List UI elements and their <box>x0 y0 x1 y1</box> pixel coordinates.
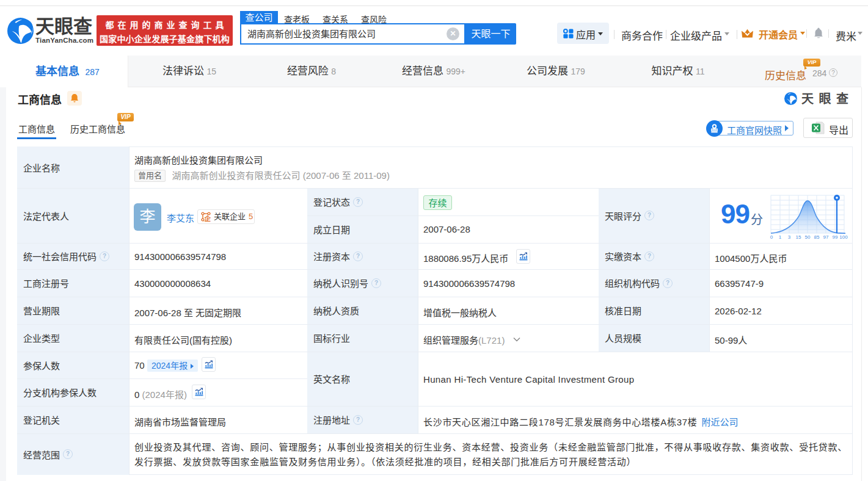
svg-text:0: 0 <box>770 234 773 240</box>
svg-text:50: 50 <box>805 234 811 240</box>
svg-text:企: 企 <box>203 215 211 222</box>
svg-text:3: 3 <box>788 234 791 240</box>
svg-text:99: 99 <box>833 234 838 240</box>
svg-text:15: 15 <box>796 234 801 240</box>
svg-text:97: 97 <box>823 234 829 240</box>
svg-text:100: 100 <box>839 234 848 240</box>
svg-text:85: 85 <box>814 234 820 240</box>
svg-text:1: 1 <box>779 234 782 240</box>
